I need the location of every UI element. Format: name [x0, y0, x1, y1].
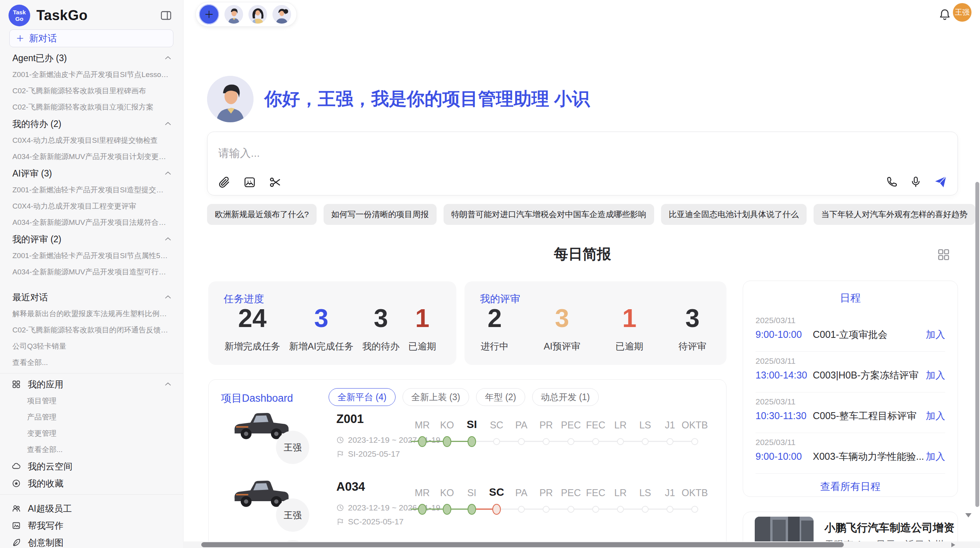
sidebar-section-header[interactable]: 最近对话	[0, 289, 183, 306]
milestone-label: FEC	[586, 403, 605, 431]
milestone-dot[interactable]	[543, 438, 550, 445]
milestone-dot[interactable]	[567, 438, 574, 445]
phone-call-icon[interactable]	[886, 176, 898, 188]
sidebar-item[interactable]: C0X4-动力总成开发项目SI里程碑提交物检查	[0, 132, 183, 149]
project-name[interactable]: A034	[336, 480, 365, 494]
milestone-dot[interactable]	[642, 438, 649, 445]
sidebar-item-badge[interactable]: 我的收藏	[0, 475, 183, 492]
milestone-dot[interactable]	[567, 506, 574, 513]
sidebar-item[interactable]: A034-全新新能源MUV产品开发项目造型可行性评审	[0, 264, 183, 280]
chevron-up-icon[interactable]	[164, 169, 172, 178]
milestone-dot[interactable]	[443, 436, 451, 447]
scroll-right-arrow[interactable]	[951, 543, 955, 547]
suggestion-chips: 欧洲新规最近颁布了什么?如何写一份清晰的项目周报特朗普可能对进口汽车增税会对中国…	[207, 204, 960, 225]
chevron-up-icon[interactable]	[164, 120, 172, 128]
microphone-icon[interactable]	[910, 176, 922, 188]
join-meeting-link[interactable]: 加入	[926, 369, 945, 382]
image-icon[interactable]	[243, 176, 256, 189]
scissors-icon[interactable]	[269, 176, 282, 189]
collapse-sidebar-icon[interactable]	[160, 9, 172, 22]
sidebar-section-header[interactable]: 我的评审 (2)	[0, 231, 183, 248]
chevron-up-icon[interactable]	[164, 293, 172, 301]
sidebar-item[interactable]: 查看全部...	[0, 442, 183, 458]
milestone-dot[interactable]	[543, 506, 550, 513]
sidebar-item[interactable]: 变更管理	[0, 425, 183, 442]
milestone-dot[interactable]	[642, 506, 649, 513]
suggestion-chip[interactable]: 当下年轻人对汽车外观有怎样的喜好趋势	[814, 204, 975, 225]
milestone-dot[interactable]	[468, 504, 476, 515]
scroll-down-arrow[interactable]	[965, 513, 971, 517]
view-all-schedule-link[interactable]: 查看所有日程	[743, 480, 958, 493]
join-meeting-link[interactable]: 加入	[926, 450, 945, 463]
sidebar-item[interactable]: 查看全部...	[0, 354, 183, 371]
sidebar-section-header[interactable]: AI评审 (3)	[0, 165, 183, 182]
sidebar-item[interactable]: Z001-全新燃油轻卡产品开发项目SI节点属性5D文件评审	[0, 248, 183, 264]
sidebar-item[interactable]: Z001-全新燃油轻卡产品开发项目SI造型提交物评审	[0, 182, 183, 198]
sidebar-item[interactable]: 产品管理	[0, 409, 183, 425]
milestone-dot[interactable]	[617, 506, 624, 513]
my-reviews-card: 我的评审 2 进行中 3 AI预评审 1 已逾期 3 待评审	[464, 281, 726, 365]
suggestion-chip[interactable]: 如何写一份清晰的项目周报	[324, 204, 437, 225]
sidebar-item[interactable]: 公司Q3轻卡销量	[0, 338, 183, 354]
sidebar-item-my-apps[interactable]: 我的应用	[0, 376, 183, 393]
milestone-dot[interactable]	[493, 438, 500, 445]
milestone-label: LR	[614, 403, 627, 431]
horizontal-scrollbar[interactable]	[183, 541, 980, 548]
sidebar-item[interactable]: 解释最新出台的欧盟报废车法规再生塑料比例被调至15%...	[0, 306, 183, 322]
sidebar-section-header[interactable]: Agent已办 (3)	[0, 50, 183, 67]
agent-avatar-2[interactable]	[248, 5, 267, 24]
agent-avatar-1[interactable]	[224, 5, 243, 24]
vertical-scrollbar-thumb[interactable]	[975, 182, 979, 507]
paperclip-icon[interactable]	[218, 176, 231, 189]
join-meeting-link[interactable]: 加入	[926, 409, 945, 422]
horizontal-scrollbar-thumb[interactable]	[201, 542, 844, 547]
milestone-dot[interactable]	[418, 504, 427, 515]
suggestion-chip[interactable]: 欧洲新规最近颁布了什么?	[207, 204, 317, 225]
sidebar-item-imagewave[interactable]: 帮我写作	[0, 517, 183, 534]
milestone-dot[interactable]	[518, 506, 525, 513]
sidebar-item[interactable]: Z001-全新燃油皮卡产品开发项目SI节点Lesson Learn报告	[0, 67, 183, 83]
sidebar-item[interactable]: C02-飞腾新能源轻客改款项目立项汇报方案	[0, 99, 183, 115]
sidebar-item-cloud[interactable]: 我的云空间	[0, 458, 183, 475]
chevron-up-icon[interactable]	[164, 54, 172, 62]
milestone-dot[interactable]	[666, 438, 673, 445]
new-chat-button[interactable]: 新对话	[9, 29, 173, 47]
notifications-bell-icon[interactable]	[938, 8, 951, 22]
milestone-dot[interactable]	[468, 436, 476, 447]
agent-avatar-3[interactable]	[272, 5, 291, 24]
suggestion-chip[interactable]: 特朗普可能对进口汽车增税会对中国车企造成哪些影响	[444, 204, 654, 225]
schedule-event-title: C003|H0B-方案冻结评审	[813, 369, 926, 382]
chat-input[interactable]	[218, 147, 800, 160]
milestone-dot[interactable]	[518, 438, 525, 445]
milestone-dot[interactable]	[418, 436, 427, 447]
project-name[interactable]: Z001	[336, 412, 364, 426]
send-icon[interactable]	[934, 175, 947, 189]
milestone-dot[interactable]	[592, 506, 599, 513]
sidebar-item[interactable]: A034-全新新能源MUV产品开发项目法规符合性评审	[0, 214, 183, 231]
milestone-dot[interactable]	[691, 506, 698, 513]
milestone-dot[interactable]	[492, 504, 501, 515]
milestone-node: J1	[658, 471, 682, 520]
sidebar-section: 我的待办 (2) C0X4-动力总成开发项目SI里程碑提交物检查A034-全新新…	[0, 115, 183, 165]
chevron-up-icon[interactable]	[164, 380, 172, 389]
sidebar-item[interactable]: A034-全新新能源MUV产品开发项目计划变更表编写	[0, 149, 183, 165]
sidebar-item[interactable]: 项目管理	[0, 393, 183, 409]
milestone-node: J1	[658, 403, 682, 452]
sidebar-item[interactable]: C02-飞腾新能源轻客改款项目的闭环通告反馈情况	[0, 322, 183, 338]
chevron-up-icon[interactable]	[164, 235, 172, 243]
sidebar-item[interactable]: C02-飞腾新能源轻客改款项目里程碑画布	[0, 83, 183, 99]
milestone-dot[interactable]	[666, 506, 673, 513]
milestone-dot[interactable]	[443, 504, 451, 515]
milestone-dot[interactable]	[691, 438, 698, 445]
suggestion-chip[interactable]: 比亚迪全固态电池计划具体说了什么	[661, 204, 807, 225]
add-agent-button[interactable]	[199, 4, 219, 24]
user-avatar[interactable]: 王强	[953, 3, 971, 22]
sidebar-item-quill[interactable]: 创意制图	[0, 534, 183, 548]
join-meeting-link[interactable]: 加入	[926, 328, 945, 341]
sidebar-section-header[interactable]: 我的待办 (2)	[0, 115, 183, 132]
milestone-dot[interactable]	[592, 438, 599, 445]
sidebar-item-people[interactable]: AI超级员工	[0, 500, 183, 517]
sidebar-item[interactable]: C0X4-动力总成开发项目工程变更评审	[0, 198, 183, 214]
milestone-dot[interactable]	[617, 438, 624, 445]
layout-toggle-icon[interactable]	[937, 248, 951, 262]
